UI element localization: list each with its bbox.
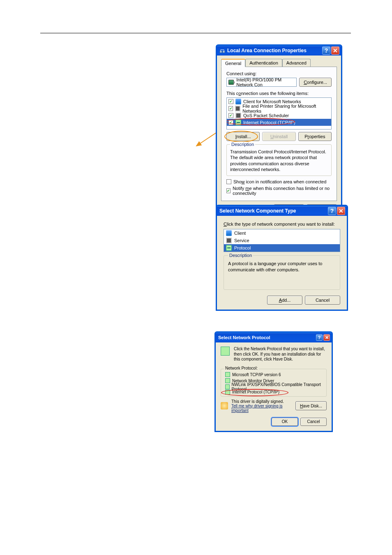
protocol-item[interactable]: NWLink IPX/SPX/NetBIOS Compatible Transp… [224, 384, 323, 390]
add-button[interactable]: Add... [267, 296, 302, 305]
protocol-item[interactable]: Microsoft TCP/IP version 6 [224, 372, 323, 378]
adapter-field[interactable]: Intel(R) PRO/1000 PM Network Con [226, 78, 297, 87]
protocol-item-tcpip[interactable]: Internet Protocol (TCP/IP) [224, 390, 323, 396]
help-button[interactable]: ? [328, 207, 336, 215]
item-label: Client [234, 231, 246, 236]
titlebar[interactable]: Select Network Protocol ? ✕ [216, 333, 332, 342]
signed-label: This driver is digitally signed. [231, 399, 292, 404]
close-button[interactable]: ✕ [337, 207, 345, 215]
protocol-icon [221, 347, 230, 356]
description-text: Transmission Control Protocol/Internet P… [230, 149, 328, 172]
network-icon [219, 48, 225, 53]
list-item-service[interactable]: Service [224, 237, 340, 244]
description-legend: Description [230, 142, 255, 147]
checkbox-icon[interactable] [228, 106, 233, 111]
signing-link[interactable]: Tell me why driver signing is important [231, 404, 283, 413]
show-icon-label: Show icon in notification area when conn… [233, 179, 326, 184]
general-panel: Connect using: Intel(R) PRO/1000 PM Netw… [221, 67, 337, 201]
select-component-dialog: Select Network Component Type ? ✕ Click … [216, 205, 348, 311]
have-disk-button[interactable]: Have Disk... [295, 401, 327, 410]
checkbox-icon[interactable] [228, 99, 233, 104]
adapter-name: Intel(R) PRO/1000 PM Network Con [236, 77, 295, 87]
configure-button[interactable]: Configure... [299, 78, 332, 87]
window-title: Select Network Protocol [218, 335, 316, 340]
item-label: Service [234, 238, 249, 243]
checkbox-icon[interactable] [226, 179, 231, 184]
items-label: This connection uses the following items… [226, 91, 332, 96]
tab-strip: General Authentication Advanced [221, 59, 337, 67]
protocol-icon [225, 372, 230, 377]
description-group: Description A protocol is a language you… [224, 255, 340, 290]
nic-icon [228, 80, 234, 85]
svg-rect-2 [223, 51, 225, 53]
lan-properties-dialog: Local Area Connection Properties ? ✕ Gen… [216, 44, 342, 220]
help-button[interactable]: ? [316, 334, 323, 341]
client-icon [226, 230, 232, 236]
protocol-icon [225, 378, 230, 383]
uninstall-button: Uninstall [262, 132, 295, 141]
description-group: Description Transmission Control Protoco… [226, 144, 332, 176]
callout-ellipse [224, 131, 258, 142]
titlebar[interactable]: Select Network Component Type ? ✕ [217, 206, 347, 216]
page-rule [40, 33, 351, 33]
list-item-tcpip[interactable]: Internet Protocol (TCP/IP) [227, 119, 331, 126]
titlebar[interactable]: Local Area Connection Properties ? ✕ [217, 46, 341, 56]
select-protocol-dialog: Select Network Protocol ? ✕ Click the Ne… [214, 331, 333, 432]
certificate-icon [221, 402, 228, 409]
protocol-icon [235, 120, 241, 125]
protocol-icon [226, 245, 232, 251]
cancel-button[interactable]: Cancel [305, 296, 340, 305]
service-icon [235, 113, 241, 118]
close-button[interactable]: ✕ [331, 46, 339, 55]
tab-advanced[interactable]: Advanced [282, 59, 311, 67]
service-icon [226, 238, 232, 243]
install-button[interactable]: Install... [226, 132, 260, 141]
help-button[interactable]: ? [322, 46, 330, 55]
list-item[interactable]: File and Printer Sharing for Microsoft N… [227, 105, 331, 112]
list-item[interactable]: QoS Packet Scheduler [227, 112, 331, 119]
service-icon [235, 106, 240, 111]
notify-row[interactable]: Notify me when this connection has limit… [226, 186, 332, 196]
checkbox-icon[interactable] [228, 120, 233, 125]
window-title: Select Network Component Type [219, 208, 328, 214]
description-text: A protocol is a language your computer u… [228, 261, 336, 273]
window-title: Local Area Connection Properties [227, 48, 322, 53]
item-label: Protocol [234, 245, 251, 250]
description-legend: Description [228, 253, 253, 258]
cancel-button[interactable]: Cancel [300, 418, 327, 426]
client-icon [235, 99, 241, 104]
prompt-label: Click the type of network component you … [224, 222, 340, 227]
list-item-protocol[interactable]: Protocol [224, 244, 340, 252]
item-label: QoS Packet Scheduler [243, 113, 289, 118]
properties-button[interactable]: Properties [298, 132, 332, 141]
protocol-icon [225, 384, 230, 389]
intro-text: Click the Network Protocol that you want… [234, 347, 327, 362]
list-item-client[interactable]: Client [224, 229, 340, 237]
protocol-icon [225, 390, 230, 395]
tab-general[interactable]: General [221, 59, 245, 67]
close-button[interactable]: ✕ [323, 334, 330, 341]
ok-button[interactable]: OK [272, 418, 298, 426]
component-type-listbox[interactable]: Client Service Protocol [224, 229, 340, 252]
connect-using-label: Connect using: [226, 71, 332, 76]
tab-authentication[interactable]: Authentication [245, 59, 282, 67]
show-icon-row[interactable]: Show icon in notification area when conn… [226, 179, 332, 184]
components-listbox[interactable]: Client for Microsoft Networks File and P… [226, 97, 332, 130]
item-label: Internet Protocol (TCP/IP) [243, 120, 295, 125]
notify-label: Notify me when this connection has limit… [233, 186, 332, 196]
group-label: Network Protocol: [224, 366, 259, 370]
checkbox-icon[interactable] [228, 113, 233, 118]
svg-rect-1 [220, 51, 222, 53]
protocol-group: Network Protocol: Microsoft TCP/IP versi… [221, 369, 327, 397]
checkbox-icon[interactable] [226, 188, 231, 193]
